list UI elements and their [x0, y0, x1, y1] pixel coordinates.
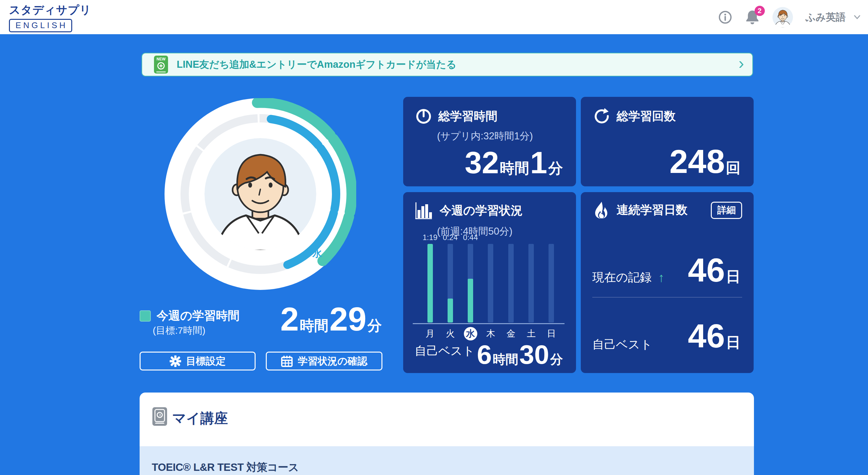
weekly-best-hours-unit: 時間: [493, 353, 519, 366]
total-count-value: 248 回: [669, 145, 742, 178]
total-count-title: 総学習回数: [617, 108, 676, 124]
weekly-best-hours: 6: [477, 341, 492, 368]
course-section-band: TOEIC® L&R TEST 対策コース: [140, 446, 754, 475]
banner-chevron-icon: ›: [739, 55, 744, 71]
bar-track: [528, 244, 534, 323]
bar-chart-icon: [415, 202, 433, 219]
notifications-button[interactable]: 2: [745, 9, 760, 25]
current-record-number: 46: [688, 254, 725, 287]
weekly-best-label: 自己ベスト: [415, 343, 475, 359]
current-record-row: 現在の記録 ↑: [592, 269, 664, 286]
bar-fill: [468, 279, 473, 323]
bar-track: [428, 244, 433, 323]
course-section-header: TOEIC® L&R TEST 対策コース: [152, 460, 299, 475]
total-count-number: 248: [669, 145, 725, 178]
streak-best-label: 自己ベスト: [592, 336, 652, 353]
bar-column: 0:44水: [462, 233, 479, 340]
gear-icon: [169, 355, 181, 367]
day-label: 火: [443, 327, 457, 340]
total-time-hours: 32: [465, 147, 499, 178]
top-header: スタディサプリ ENGLISH 2: [0, 0, 868, 34]
total-time-minutes-unit: 分: [548, 161, 563, 176]
streak-title: 連続学習日数: [617, 202, 687, 218]
current-record-value: 46 日: [688, 254, 742, 287]
avatar-illustration: [205, 138, 316, 250]
bar-track: [447, 244, 453, 323]
svg-text:NEW: NEW: [157, 57, 166, 61]
study-status-button[interactable]: 学習状況の確認: [266, 352, 382, 370]
weekly-status-title: 今週の学習状況: [440, 203, 523, 219]
chart-axis-line: [413, 323, 564, 324]
weekly-best-value: 6 時間 30 分: [477, 341, 564, 368]
streak-best-unit: 日: [726, 335, 741, 350]
goal-settings-button[interactable]: 目標設定: [140, 352, 255, 370]
goal-settings-label: 目標設定: [186, 355, 225, 368]
logo-title: スタディサプリ: [9, 3, 91, 18]
my-courses-title: マイ講座: [172, 409, 228, 428]
info-icon: [718, 10, 732, 24]
total-count-unit: 回: [726, 160, 741, 175]
book-icon: [152, 407, 167, 426]
teal-legend-swatch: [140, 310, 151, 322]
up-arrow-icon: ↑: [658, 270, 664, 285]
weekly-minutes: 29: [329, 302, 366, 336]
total-count-card: 総学習回数 248 回: [581, 97, 754, 186]
bar-fill: [428, 244, 433, 323]
weekly-minutes-unit: 分: [367, 318, 382, 333]
current-record-label: 現在の記録: [592, 269, 652, 286]
day-label: 金: [504, 327, 518, 340]
total-time-hours-unit: 時間: [500, 161, 529, 176]
bar-fill: [447, 299, 453, 323]
new-campaign-icon: NEW: [154, 55, 168, 74]
weekly-time-legend: 今週の学習時間: [140, 308, 240, 324]
streak-best-number: 46: [688, 319, 725, 353]
total-time-subtitle: (サプリ内:32時間1分): [437, 129, 533, 143]
streak-best-value: 46 日: [688, 319, 742, 353]
bar-column: 木: [483, 233, 499, 340]
streak-card: 連続学習日数 詳細 現在の記録 ↑ 46 日 自己ベスト 46 日: [581, 192, 754, 373]
total-time-card: 総学習時間 (サプリ内:32時間1分) 32 時間 1 分: [403, 97, 576, 186]
weekly-status-card: 今週の学習状況 (前週:4時間50分) 1:19月0:24火0:44水木金土日 …: [403, 192, 576, 373]
clock-icon: [416, 109, 431, 124]
day-label: 木: [484, 327, 497, 340]
calendar-icon: [281, 355, 293, 367]
avatar-illustration-small: [773, 7, 793, 28]
day-marker: 水: [312, 248, 322, 259]
bar-value-label: 0:44: [463, 233, 478, 244]
bar-column: 日: [543, 233, 560, 340]
weekly-goal-label: (目標:7時間): [153, 324, 206, 337]
username[interactable]: ふみ英語: [806, 10, 846, 24]
day-label: 月: [423, 327, 437, 340]
weekly-progress-ring: 水: [164, 98, 356, 290]
day-label-selected: 水: [464, 327, 477, 340]
user-avatar[interactable]: [773, 7, 793, 28]
notification-badge: 2: [754, 6, 765, 16]
bar-column: 土: [523, 233, 539, 340]
campaign-banner[interactable]: NEW LINE友だち追加&エントリーでAmazonギフトカードが当たる ›: [142, 53, 753, 77]
weekly-best-minutes: 30: [520, 341, 549, 368]
weekly-hours: 2: [280, 302, 299, 336]
weekly-hours-unit: 時間: [300, 318, 329, 333]
bar-value-label: 0:24: [443, 233, 458, 244]
streak-detail-label: 詳細: [717, 204, 736, 217]
total-time-title: 総学習時間: [438, 108, 497, 124]
bar-track: [508, 244, 514, 323]
header-actions: 2 ふみ英語: [718, 0, 860, 34]
logo-subtitle: ENGLISH: [9, 19, 72, 32]
studysapuri-logo[interactable]: スタディサプリ ENGLISH: [9, 3, 91, 32]
flame-icon: [593, 201, 610, 219]
info-button[interactable]: [718, 10, 732, 24]
my-courses-panel: マイ講座 TOEIC® L&R TEST 対策コース: [140, 392, 754, 475]
bar-track: [468, 244, 473, 323]
bar-track: [488, 244, 493, 323]
bar-track: [549, 244, 554, 323]
day-label: 日: [545, 327, 558, 340]
weekly-time-label: 今週の学習時間: [157, 308, 240, 324]
streak-detail-button[interactable]: 詳細: [711, 202, 742, 219]
chevron-down-icon[interactable]: [854, 15, 860, 20]
study-status-label: 学習状況の確認: [298, 355, 367, 368]
bar-value-label: 1:19: [423, 233, 438, 244]
streak-best-row: 自己ベスト: [592, 336, 652, 353]
refresh-icon: [594, 108, 610, 124]
banner-text: LINE友だち追加&エントリーでAmazonギフトカードが当たる: [177, 58, 456, 71]
